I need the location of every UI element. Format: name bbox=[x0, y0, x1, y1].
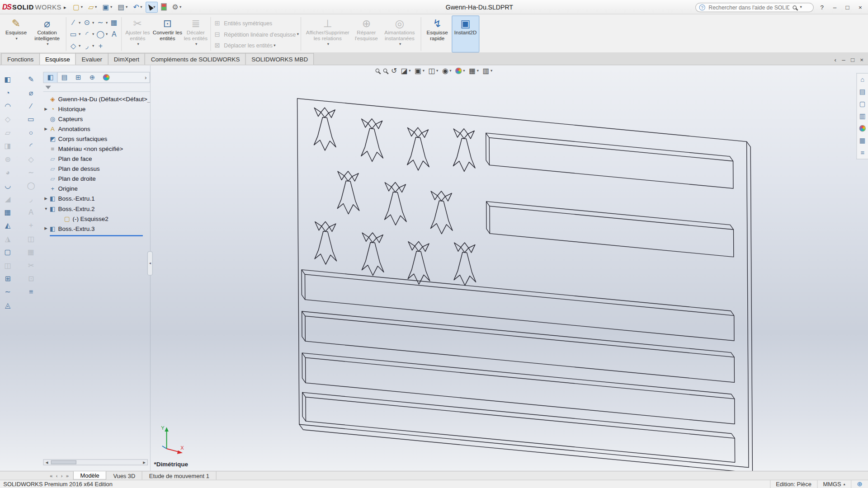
tree-item-plan-de-face[interactable]: ▱Plan de face bbox=[43, 154, 150, 164]
maximize-button[interactable]: □ bbox=[843, 4, 852, 11]
section-view-button-dropdown[interactable]: ▾ bbox=[409, 68, 410, 73]
tree-item-boss-extru-1[interactable]: ▶◧Boss.-Extru.1 bbox=[43, 194, 150, 204]
swept-boss-icon[interactable]: ◠ bbox=[2, 99, 14, 112]
sketch-button-dropdown[interactable]: ▾ bbox=[16, 36, 18, 41]
tree-collapsed-arrow[interactable]: ▶ bbox=[43, 107, 49, 111]
configurationmanager-tab[interactable]: ⊞ bbox=[71, 72, 85, 82]
new-document-button-dropdown[interactable]: ▾ bbox=[81, 5, 83, 9]
undo-button[interactable]: ↶▾ bbox=[131, 1, 145, 12]
tree-item-plan-de-droite[interactable]: ▱Plan de droite bbox=[43, 174, 150, 183]
save-button[interactable]: ▣▾ bbox=[100, 1, 115, 12]
arc-icon[interactable]: ◜ bbox=[25, 140, 37, 152]
revolved-boss-icon[interactable]: ◔ bbox=[2, 86, 14, 99]
custom-properties-tab[interactable]: ≡ bbox=[857, 146, 868, 159]
smart-dimension-button-dropdown[interactable]: ▾ bbox=[47, 42, 48, 47]
minimize-button[interactable]: – bbox=[830, 4, 840, 11]
offset-entities-icon[interactable]: ≡ bbox=[25, 286, 37, 298]
sketch-fillet-tool-dropdown[interactable]: ▾ bbox=[92, 43, 94, 48]
rectangle-icon[interactable]: ▭ bbox=[25, 113, 37, 126]
featuremanager-tab[interactable]: ◧ bbox=[44, 72, 58, 82]
tree-root-item[interactable]: ◈Gwenn-Ha-Du (Défaut<<Défaut>_Etat bbox=[43, 94, 150, 104]
apply-scene-button-dropdown[interactable]: ▾ bbox=[477, 68, 479, 73]
reference-geometry-icon[interactable]: ⊞ bbox=[2, 272, 14, 285]
prev-tab-button[interactable]: ‹ bbox=[56, 473, 58, 478]
ellipse-tool-dropdown[interactable]: ▾ bbox=[106, 32, 108, 36]
view-orientation-button[interactable]: ▣▾ bbox=[415, 66, 425, 75]
line-tool-dropdown[interactable]: ▾ bbox=[79, 20, 80, 25]
new-document-button[interactable]: ▢▾ bbox=[71, 1, 85, 12]
units-selector[interactable]: MMGS▴ bbox=[817, 480, 851, 488]
tree-item-annotations[interactable]: ▶AAnnotations bbox=[43, 124, 150, 134]
help-button[interactable]: ? bbox=[818, 4, 827, 11]
tree-collapsed-arrow[interactable]: ▶ bbox=[43, 226, 49, 231]
scroll-right-icon[interactable]: ▶ bbox=[141, 460, 147, 465]
restore-document-button[interactable]: □ bbox=[851, 56, 854, 63]
rollback-bar[interactable] bbox=[50, 235, 143, 236]
shell-icon[interactable]: ▢ bbox=[2, 246, 14, 258]
tree-item-plan-de-dessus[interactable]: ▱Plan de dessus bbox=[43, 164, 150, 174]
scenes-tab[interactable]: ▦ bbox=[857, 135, 868, 147]
tree-collapsed-arrow[interactable]: ▶ bbox=[43, 127, 49, 131]
view-palette-tab[interactable]: ▥ bbox=[857, 110, 868, 122]
circle-tool-dropdown[interactable]: ▾ bbox=[92, 20, 94, 25]
tab-evaluer[interactable]: Evaluer bbox=[75, 53, 108, 65]
displaymanager-tab[interactable] bbox=[99, 72, 113, 82]
convert-entities-button[interactable]: ⊡Convertir les entités bbox=[152, 15, 183, 52]
tree-item-capteurs[interactable]: ◎Capteurs bbox=[43, 114, 150, 124]
tab-compl-ments-de-solidworks[interactable]: Compléments de SOLIDWORKS bbox=[145, 53, 246, 65]
dimxpertmanager-tab[interactable]: ⊕ bbox=[85, 72, 99, 82]
hide-show-items-button[interactable]: ◉▾ bbox=[442, 66, 452, 75]
scroll-left-icon[interactable]: ◀ bbox=[44, 460, 50, 465]
extruded-boss-icon[interactable]: ◧ bbox=[2, 73, 14, 86]
apply-scene-button[interactable]: ▦▾ bbox=[469, 66, 479, 75]
options-button[interactable]: ⚙▾ bbox=[170, 1, 184, 12]
search-input[interactable] bbox=[708, 4, 791, 11]
search-dropdown-icon[interactable]: ▾ bbox=[800, 5, 802, 9]
polygon-tool-dropdown[interactable]: ▾ bbox=[79, 43, 80, 48]
tree-item-boss-extru-3[interactable]: ▶◧Boss.-Extru.3 bbox=[43, 224, 150, 234]
tree-expanded-arrow[interactable]: ▼ bbox=[43, 206, 49, 211]
sketch-button[interactable]: ✎Esquisse▾ bbox=[2, 15, 30, 52]
units-dropdown-icon[interactable]: ▴ bbox=[843, 482, 845, 487]
close-document-button[interactable]: × bbox=[860, 56, 863, 63]
view-orientation-button-dropdown[interactable]: ▾ bbox=[423, 68, 425, 73]
edit-appearance-button[interactable]: ▾ bbox=[455, 67, 465, 74]
line-icon[interactable]: ∕ bbox=[25, 99, 37, 112]
select-cursor-button-dropdown[interactable]: ▾ bbox=[153, 5, 155, 9]
rectangle-tool[interactable]: ▭▾ bbox=[68, 30, 82, 38]
view-settings-button[interactable]: ▥▾ bbox=[483, 66, 493, 75]
viewport[interactable]: ↺◪▾▣▾◫▾◉▾▾▦▾▥▾ ◧◔◠◇▱◨⊚◕◡◢▦◭◮▢◫⊞∼◬ ✎⌀∕▭○◜… bbox=[0, 65, 868, 471]
file-explorer-tab[interactable]: ▢ bbox=[857, 98, 868, 110]
ellipse-tool[interactable]: ◯▾ bbox=[95, 30, 109, 38]
arc-tool[interactable]: ◜▾ bbox=[82, 30, 95, 38]
tab-fonctions[interactable]: Fonctions bbox=[1, 53, 39, 65]
grid-tool[interactable]: ▦ bbox=[109, 18, 119, 26]
tree-horizontal-scrollbar[interactable]: ◀ ▶ bbox=[43, 459, 148, 465]
last-tab-button[interactable]: » bbox=[66, 473, 69, 478]
tree-collapsed-arrow[interactable]: ▶ bbox=[43, 197, 49, 201]
propertymanager-tab[interactable]: ▤ bbox=[57, 72, 71, 82]
tree-item--esquisse2[interactable]: ▢(-) Esquisse2 bbox=[43, 214, 150, 224]
tab-esquisse[interactable]: Esquisse bbox=[39, 53, 76, 65]
smart-dimension-icon[interactable]: ⌀ bbox=[25, 86, 37, 99]
spline-tool[interactable]: ∼▾ bbox=[95, 18, 109, 26]
tree-filter-row[interactable] bbox=[43, 83, 150, 92]
tree-item-mat-riau-non-sp-cifi-[interactable]: ≡Matériau <non spécifié> bbox=[43, 144, 150, 154]
scroll-track[interactable] bbox=[50, 460, 141, 465]
tab-solidworks-mbd[interactable]: SOLIDWORKS MBD bbox=[245, 53, 314, 65]
display-style-button-dropdown[interactable]: ▾ bbox=[436, 68, 438, 73]
view-settings-button-dropdown[interactable]: ▾ bbox=[491, 68, 492, 73]
curves-icon[interactable]: ∼ bbox=[2, 286, 14, 298]
polygon-tool[interactable]: ◇▾ bbox=[68, 42, 82, 50]
scroll-thumb[interactable] bbox=[51, 460, 76, 465]
tab-vues-3d[interactable]: Vues 3D bbox=[107, 471, 142, 479]
open-document-button[interactable]: ▱▾ bbox=[86, 1, 99, 12]
tree-item-historique[interactable]: ▶◔Historique bbox=[43, 104, 150, 114]
tree-expand-chevron[interactable]: › bbox=[142, 74, 150, 81]
zoom-area-button[interactable] bbox=[383, 69, 387, 73]
text-tool[interactable]: A bbox=[109, 30, 119, 38]
tab-dimxpert[interactable]: DimXpert bbox=[108, 53, 145, 65]
point-tool[interactable]: + bbox=[95, 42, 106, 50]
help-search[interactable]: ? ▾ bbox=[695, 3, 814, 12]
zoom-fit-button[interactable] bbox=[376, 69, 380, 73]
